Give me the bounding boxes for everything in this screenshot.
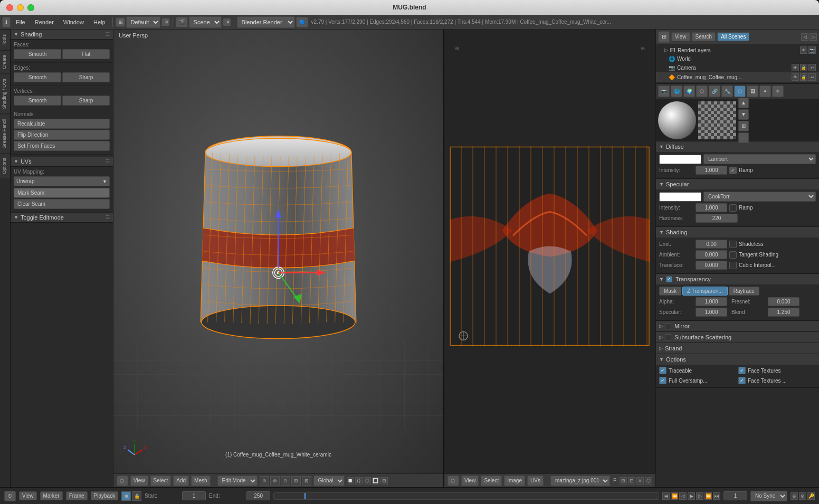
uv-btn-2[interactable]: ⊟	[628, 477, 635, 484]
alpha-value[interactable]: 1.000	[696, 297, 727, 306]
rp-nav-1[interactable]: ◁	[801, 33, 808, 41]
obj-btn3[interactable]: ↩	[808, 73, 816, 81]
blend-value[interactable]: 1.250	[768, 308, 799, 317]
vp-mesh-btn[interactable]: Mesh	[191, 476, 210, 486]
flip-direction-btn[interactable]: Flip Direction	[14, 130, 110, 140]
tl-extra-3[interactable]: 🔑	[807, 492, 815, 500]
diffuse-ramp-cb[interactable]	[729, 167, 737, 174]
obj-btn1[interactable]: 👁	[792, 73, 799, 81]
toggle-editmode-header[interactable]: ▼ Toggle Editmode ☰	[11, 213, 113, 223]
rl-btn[interactable]: 👁	[800, 46, 807, 54]
diffuse-type-select[interactable]: Lambert	[703, 154, 816, 164]
uv-select-btn[interactable]: Select	[481, 476, 502, 486]
uv-image-select[interactable]: mazinga_z.jpg.001	[550, 476, 610, 486]
tl-extra-2[interactable]: ⊗	[799, 492, 806, 500]
pb-next-frame[interactable]: ▷	[696, 492, 703, 500]
help-menu[interactable]: Help	[89, 16, 110, 28]
vp-icon-5[interactable]: ⊠	[302, 476, 311, 486]
diffuse-intensity-value[interactable]: 1.000	[696, 166, 727, 175]
3d-canvas[interactable]: User Persp ◤ ◥	[113, 30, 443, 473]
fresnel-value[interactable]: 0.000	[768, 297, 799, 306]
vp-view-btn[interactable]: View	[130, 476, 148, 486]
uv-btn-4[interactable]: ⬡	[645, 477, 652, 484]
mat-ctrl-3[interactable]: ⊞	[738, 121, 749, 131]
shading-props-header[interactable]: ▼ Shading	[656, 227, 819, 237]
prop-material-icon[interactable]: ⬡	[734, 85, 746, 97]
vp-icon-3[interactable]: ⊙	[281, 476, 290, 486]
vp-select-btn[interactable]: Select	[150, 476, 172, 486]
render-engine-select[interactable]: Blender Render	[237, 16, 295, 28]
snap-icon-3[interactable]: ⬡	[364, 477, 371, 484]
vert-smooth-btn[interactable]: Smooth	[14, 96, 61, 106]
rp-view-btn[interactable]: View	[671, 32, 690, 41]
full-oversamp-cb[interactable]	[659, 377, 666, 384]
cubic-cb[interactable]	[729, 262, 737, 269]
snap-icon-2[interactable]: ⟨⟩	[355, 477, 363, 484]
options-header[interactable]: ▼ Options	[656, 354, 819, 365]
obj-btn2[interactable]: 🔒	[800, 73, 807, 81]
vp-icon-4[interactable]: ⊞	[291, 476, 301, 486]
edges-sharp-btn[interactable]: Sharp	[62, 72, 110, 82]
cam-btn1[interactable]: 👁	[792, 64, 799, 71]
rl-btn2[interactable]: 📷	[808, 46, 816, 54]
specular-hardness-value[interactable]: 220	[696, 214, 738, 223]
uv-view-btn[interactable]: View	[461, 476, 479, 486]
info-icon-btn[interactable]: ℹ	[2, 17, 11, 27]
rp-layout-icon[interactable]: ⊞	[658, 31, 670, 43]
uvs-header[interactable]: ▼ UVs ☰	[11, 157, 113, 167]
uv-uvs-btn[interactable]: UVs	[527, 476, 544, 486]
specular-header[interactable]: ▼ Specular	[656, 179, 819, 189]
outliner-item-renderlayers[interactable]: ▷ 🎞 RenderLayers 👁 📷	[656, 45, 819, 55]
tab-tools[interactable]: Tools	[0, 30, 10, 50]
outliner-item-object[interactable]: 🔶 Coffee_mug_Coffee_mug... 👁 🔒 ↩	[656, 72, 819, 82]
scene-icon[interactable]: 🎬	[176, 17, 188, 27]
tl-marker-btn[interactable]: Marker	[40, 491, 63, 500]
uv-icon[interactable]: ⬡	[447, 476, 459, 486]
recalculate-btn[interactable]: Recalculate	[14, 119, 110, 129]
tl-sync-select[interactable]: No Sync	[750, 491, 787, 501]
mat-ctrl-2[interactable]: ▼	[738, 109, 749, 120]
maximize-button[interactable]	[27, 4, 34, 11]
prop-object-icon[interactable]: ⬡	[696, 85, 708, 97]
snap-icon-4[interactable]: 🔳	[372, 477, 379, 484]
diffuse-header[interactable]: ▼ Diffuse	[656, 141, 819, 152]
tab-create[interactable]: Create	[0, 50, 10, 73]
cam-btn2[interactable]: 🔒	[800, 64, 807, 71]
face-textures2-cb[interactable]	[738, 377, 746, 384]
prop-texture-icon[interactable]: 🖼	[747, 85, 758, 97]
specular-ramp-cb[interactable]	[729, 204, 737, 212]
uv-image-btn[interactable]: Image	[504, 476, 525, 486]
mirror-header[interactable]: ▷ Mirror	[656, 321, 819, 331]
workspace-icon[interactable]: ⊞	[116, 17, 125, 27]
set-from-faces-btn[interactable]: Set From Faces	[14, 141, 110, 151]
rp-allscenes-btn[interactable]: All Scenes	[717, 32, 749, 41]
subsurface-header[interactable]: ▷ Subsurface Scattering	[656, 332, 819, 343]
trans-enable-cb[interactable]	[666, 276, 672, 282]
tab-options[interactable]: Options	[0, 153, 10, 178]
tab-grease-pencil[interactable]: Grease Pencil	[0, 114, 10, 153]
workspace-close[interactable]: ✕	[161, 18, 170, 26]
vp-global-select[interactable]: Global	[313, 476, 345, 486]
unwrap-dropdown[interactable]: Unwrap ▼	[14, 176, 110, 186]
outliner-item-world[interactable]: 🌐 World	[656, 55, 819, 63]
specular-type-select[interactable]: CookTorr	[703, 192, 816, 202]
uv-canvas-area[interactable]: ⊕ ⊕	[444, 30, 655, 473]
vert-sharp-btn[interactable]: Sharp	[62, 96, 110, 106]
raytrace-btn[interactable]: Raytrace	[729, 287, 759, 296]
mat-ctrl-1[interactable]: ▲	[738, 98, 749, 108]
pb-prev-btn[interactable]: ⏪	[671, 492, 678, 500]
pb-prev-frame[interactable]: ◁	[679, 492, 687, 500]
tl-icon[interactable]: ⏱	[4, 491, 16, 501]
tl-end-input[interactable]: 250	[246, 491, 270, 500]
smooth-btn[interactable]: Smooth	[14, 49, 61, 59]
face-textures-cb[interactable]	[738, 367, 746, 374]
tangent-cb[interactable]	[729, 251, 737, 259]
tl-extra-1[interactable]: ⊕	[791, 492, 798, 500]
scene-select[interactable]: Scene	[189, 16, 222, 28]
workspace-select[interactable]: Default	[126, 16, 160, 28]
prop-scene-icon[interactable]: 🌐	[671, 85, 682, 97]
render-menu[interactable]: Render	[31, 16, 58, 28]
uv-btn-1[interactable]: ⊞	[620, 477, 627, 484]
tl-start-input[interactable]: 1	[182, 491, 206, 500]
mask-btn[interactable]: Mask	[659, 287, 681, 296]
